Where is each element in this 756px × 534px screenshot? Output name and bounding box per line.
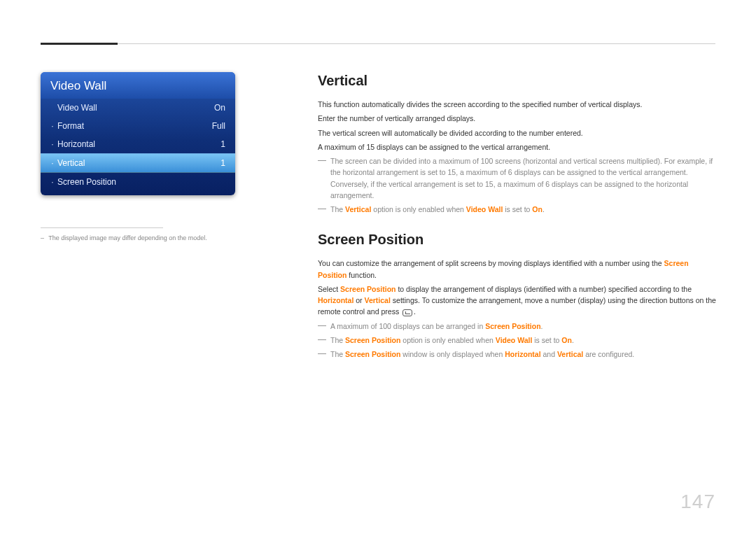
osd-footnote-divider — [41, 227, 163, 228]
body-text: This function automatically divides the … — [318, 99, 717, 110]
dash-icon: ― — [318, 335, 326, 346]
heading-screen-position: Screen Position — [318, 229, 717, 251]
dash-icon: ― — [318, 349, 326, 360]
osd-item-label: · Format — [50, 121, 84, 131]
body-text: A maximum of 15 displays can be assigned… — [318, 141, 717, 153]
note-row: ― The Screen Position option is only ena… — [318, 335, 717, 346]
dash-icon: ― — [318, 321, 326, 332]
note-row: ― The Vertical option is only enabled wh… — [318, 204, 717, 215]
note-text: The Screen Position option is only enabl… — [330, 335, 717, 346]
heading-vertical: Vertical — [318, 70, 717, 92]
header-rule — [41, 43, 715, 44]
body-text: Select Screen Position to display the ar… — [318, 283, 717, 318]
osd-item-video-wall[interactable]: Video Wall On — [41, 99, 235, 117]
osd-item-label: · Vertical — [50, 158, 85, 168]
dash-icon: ― — [318, 204, 326, 215]
body-text: Enter the number of vertically arranged … — [318, 113, 717, 124]
note-row: ― The screen can be divided into a maxim… — [318, 155, 717, 201]
osd-item-label: · Screen Position — [50, 177, 116, 187]
body-text: You can customize the arrangement of spl… — [318, 258, 717, 281]
osd-item-value: 1 — [220, 158, 225, 168]
note-text: The screen can be divided into a maximum… — [330, 155, 717, 201]
note-row: ― A maximum of 100 displays can be arran… — [318, 321, 717, 332]
note-text: A maximum of 100 displays can be arrange… — [330, 321, 717, 332]
osd-item-vertical[interactable]: · Vertical 1 — [41, 153, 235, 173]
osd-title: Video Wall — [41, 72, 235, 99]
enter-icon — [402, 309, 412, 316]
note-text: The Vertical option is only enabled when… — [330, 204, 717, 215]
note-row: ― The Screen Position window is only dis… — [318, 349, 717, 360]
osd-item-format[interactable]: · Format Full — [41, 117, 235, 135]
osd-video-wall-panel: Video Wall Video Wall On · Format Full ·… — [41, 72, 235, 195]
page-number: 147 — [680, 491, 715, 513]
body-text: The vertical screen will automatically b… — [318, 127, 717, 139]
osd-footnote: – The displayed image may differ dependi… — [41, 234, 242, 241]
osd-item-horizontal[interactable]: · Horizontal 1 — [41, 135, 235, 153]
osd-item-label: Video Wall — [50, 103, 97, 113]
note-text: The Screen Position window is only displ… — [330, 349, 717, 360]
osd-item-label: · Horizontal — [50, 139, 95, 149]
header-accent — [41, 43, 118, 45]
dash-icon: – — [41, 234, 44, 241]
osd-item-value: 1 — [220, 139, 225, 149]
dash-icon: ― — [318, 155, 326, 167]
content-column: Vertical This function automatically div… — [318, 70, 717, 360]
osd-item-value: Full — [212, 121, 225, 131]
osd-item-screen-position[interactable]: · Screen Position — [41, 173, 235, 195]
osd-item-value: On — [214, 103, 225, 113]
